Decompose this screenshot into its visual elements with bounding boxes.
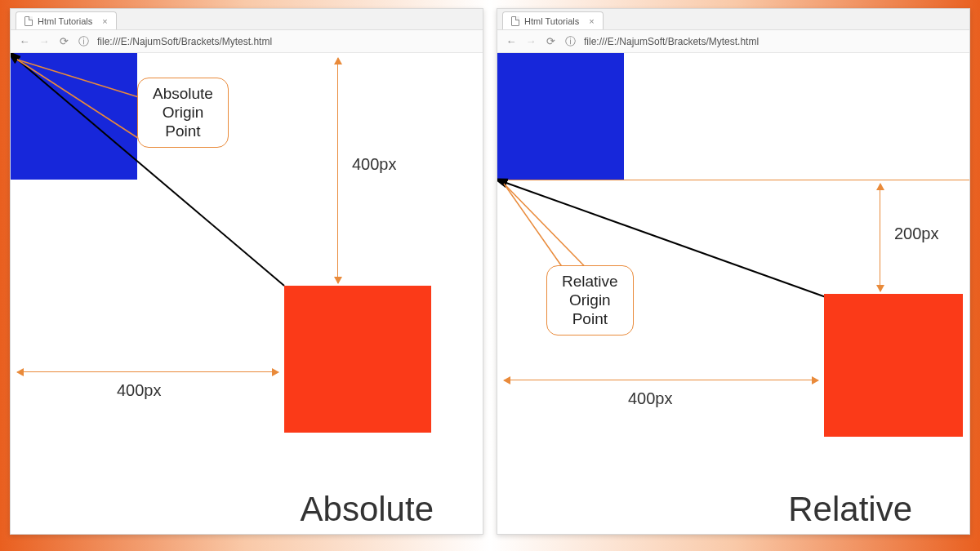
dimension-vertical-label: 200px: [894, 224, 939, 243]
caption-relative: Relative: [788, 490, 912, 529]
page-icon: [511, 16, 519, 26]
reload-button[interactable]: ⟳: [545, 35, 556, 47]
page-icon: [24, 16, 33, 26]
svg-line-2: [17, 60, 145, 143]
blue-square: [497, 53, 624, 180]
callout-text: Absolute Origin Point: [153, 85, 213, 140]
browser-tab[interactable]: Html Tutorials ×: [502, 11, 604, 29]
dimension-horizontal-label: 400px: [628, 389, 673, 408]
browser-tab[interactable]: Html Tutorials ×: [16, 11, 117, 29]
tab-strip: Html Tutorials ×: [497, 9, 969, 30]
navbar: ← → ⟳ ⓘ file:///E:/NajumSoft/Brackets/My…: [11, 30, 483, 53]
reload-button[interactable]: ⟳: [58, 35, 69, 47]
tab-strip: Html Tutorials ×: [11, 9, 483, 30]
back-button[interactable]: ←: [19, 35, 30, 47]
panel-relative: Html Tutorials × ← → ⟳ ⓘ file:///E:/Naju…: [497, 8, 970, 535]
navbar: ← → ⟳ ⓘ file:///E:/NajumSoft/Brackets/My…: [497, 30, 969, 53]
back-button[interactable]: ←: [506, 35, 517, 47]
tab-title: Html Tutorials: [38, 16, 92, 26]
viewport-relative: Relative Origin Point 200px 400px Relati…: [497, 53, 969, 534]
dimension-vertical: [880, 184, 880, 291]
forward-button[interactable]: →: [525, 35, 537, 47]
callout-relative-origin: Relative Origin Point: [546, 265, 634, 335]
site-info-icon[interactable]: ⓘ: [78, 34, 89, 49]
forward-button[interactable]: →: [38, 35, 50, 47]
dimension-vertical: [337, 58, 338, 283]
callout-pointer-2: [11, 53, 154, 151]
url-bar[interactable]: file:///E:/NajumSoft/Brackets/Mytest.htm…: [584, 36, 759, 47]
dimension-horizontal: [504, 380, 818, 380]
viewport-absolute: Absolute Origin Point 400px 400px Absolu…: [11, 53, 483, 534]
site-info-icon[interactable]: ⓘ: [564, 34, 576, 49]
callout-text: Relative Origin Point: [562, 273, 618, 328]
dimension-horizontal: [17, 371, 278, 372]
callout-absolute-origin: Absolute Origin Point: [137, 78, 229, 148]
caption-absolute: Absolute: [301, 490, 434, 529]
dimension-horizontal-label: 400px: [117, 381, 162, 400]
tab-title: Html Tutorials: [524, 16, 579, 26]
dimension-vertical-label: 400px: [352, 155, 397, 174]
close-tab-icon[interactable]: ×: [102, 16, 107, 26]
red-square: [824, 294, 963, 437]
close-tab-icon[interactable]: ×: [589, 16, 594, 26]
red-square: [284, 286, 431, 433]
url-bar[interactable]: file:///E:/NajumSoft/Brackets/Mytest.htm…: [97, 36, 272, 47]
panel-absolute: Html Tutorials × ← → ⟳ ⓘ file:///E:/Naju…: [10, 8, 483, 535]
